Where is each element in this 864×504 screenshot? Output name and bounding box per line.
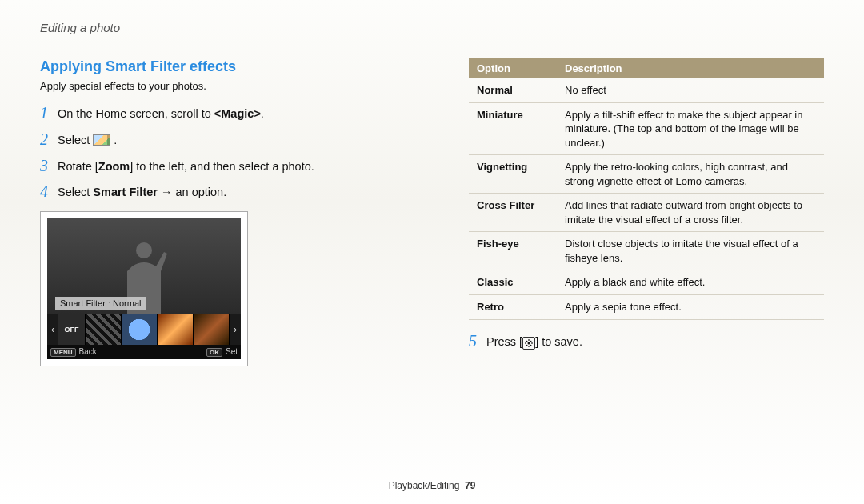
options-table: Option Description NormalNo effectMiniat… [469, 58, 824, 320]
preview-menu-back: MENUBack [50, 347, 97, 357]
preview-ok-set: OKSet [206, 347, 238, 357]
step-2: Select . [40, 130, 432, 150]
option-name: Normal [469, 78, 557, 102]
option-name: Vignetting [469, 155, 557, 194]
table-row: RetroApply a sepia tone effect. [469, 295, 824, 320]
table-row: NormalNo effect [469, 78, 824, 102]
thumb-off[interactable]: OFF [58, 314, 86, 345]
col-description: Description [557, 58, 824, 78]
steps-list-left: On the Home screen, scroll to <Magic>. S… [40, 103, 432, 202]
section-title: Applying Smart Filter effects [40, 58, 432, 75]
col-option: Option [469, 58, 557, 78]
thumb-4[interactable] [194, 314, 230, 345]
photo-edit-icon [93, 134, 110, 146]
steps-list-right: Press [ ] to save. [469, 331, 824, 351]
right-column: Option Description NormalNo effectMiniat… [469, 58, 824, 366]
table-row: Cross FilterAdd lines that radiate outwa… [469, 194, 824, 232]
table-row: VignettingApply the retro-looking colors… [469, 155, 824, 194]
table-row: MiniatureApply a tilt-shift effect to ma… [469, 102, 824, 155]
thumb-3[interactable] [158, 314, 194, 345]
step-5: Press [ ] to save. [469, 331, 824, 351]
option-name: Cross Filter [469, 194, 557, 232]
page-footer: Playback/Editing 79 [0, 480, 864, 491]
option-desc: Apply a tilt-shift effect to make the su… [557, 102, 824, 155]
table-row: Fish-eyeDistort close objects to imitate… [469, 232, 824, 270]
option-name: Retro [469, 295, 557, 320]
section-intro: Apply special effects to your photos. [40, 80, 432, 92]
camera-preview: Smart Filter : Normal ‹ OFF › MENUBack O… [40, 211, 248, 366]
filter-thumbnails: ‹ OFF › [47, 314, 241, 345]
preview-filter-label: Smart Filter : Normal [55, 297, 146, 310]
step-4: Select Smart Filter → an option. [40, 182, 432, 202]
thumbs-prev-icon[interactable]: ‹ [47, 314, 58, 345]
option-desc: Add lines that radiate outward from brig… [557, 194, 824, 232]
option-name: Classic [469, 270, 557, 295]
step-3: Rotate [Zoom] to the left, and then sele… [40, 156, 432, 176]
option-name: Miniature [469, 102, 557, 155]
option-desc: Apply the retro-looking colors, high con… [557, 155, 824, 194]
option-desc: Apply a black and white effect. [557, 270, 824, 295]
thumb-1[interactable] [86, 314, 122, 345]
step-1: On the Home screen, scroll to <Magic>. [40, 103, 432, 123]
thumbs-next-icon[interactable]: › [230, 314, 241, 345]
breadcrumb: Editing a photo [40, 21, 824, 34]
option-desc: Distort close objects to imitate the vis… [557, 232, 824, 270]
option-desc: No effect [557, 78, 824, 102]
left-column: Applying Smart Filter effects Apply spec… [40, 58, 432, 366]
save-flower-icon [522, 337, 535, 350]
option-desc: Apply a sepia tone effect. [557, 295, 824, 320]
table-row: ClassicApply a black and white effect. [469, 270, 824, 295]
option-name: Fish-eye [469, 232, 557, 270]
preview-image: Smart Filter : Normal [47, 218, 241, 314]
thumb-2[interactable] [122, 314, 158, 345]
